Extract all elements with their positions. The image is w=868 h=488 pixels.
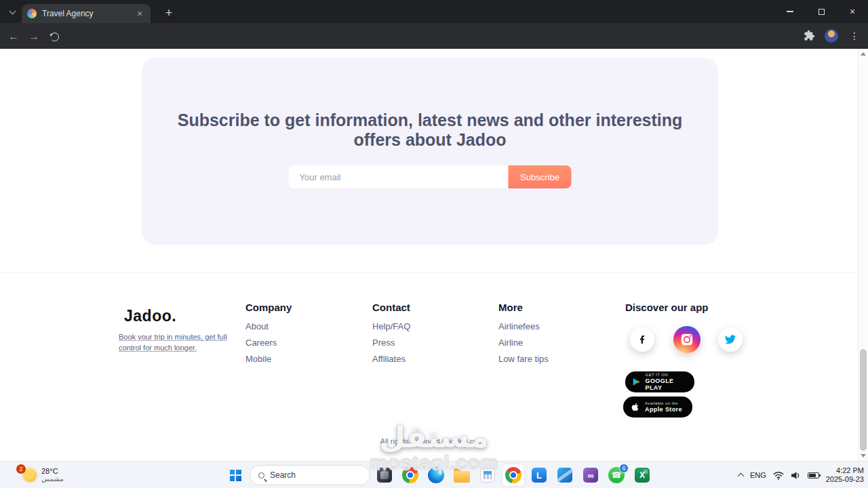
start-button[interactable] bbox=[224, 464, 247, 487]
google-play-line1: GET IT ON bbox=[646, 373, 688, 377]
window-controls: × bbox=[774, 0, 868, 23]
column-title: Company bbox=[245, 302, 292, 313]
facebook-button[interactable] bbox=[630, 327, 654, 352]
battery-icon[interactable] bbox=[808, 472, 819, 479]
photos-icon bbox=[377, 468, 392, 483]
apple-store-line2: Apple Store bbox=[645, 406, 682, 413]
taskbar-chrome-active-app[interactable] bbox=[502, 464, 525, 487]
facebook-icon bbox=[637, 334, 648, 345]
profile-avatar[interactable] bbox=[825, 29, 838, 43]
footer-link-airlinefees[interactable]: Airlinefees bbox=[498, 322, 549, 331]
taskbar-l-app[interactable]: L bbox=[528, 464, 551, 487]
window-close-button[interactable]: × bbox=[837, 0, 868, 23]
tab-close-icon[interactable]: × bbox=[134, 8, 145, 19]
twitter-icon bbox=[725, 334, 736, 345]
taskbar-whatsapp-app[interactable]: ☎ 6 bbox=[605, 464, 628, 487]
volume-icon[interactable] bbox=[791, 471, 801, 480]
search-placeholder: Search bbox=[270, 470, 296, 480]
taskbar-clock[interactable]: 4:22 PM 2025-09-23 bbox=[826, 466, 864, 484]
folder-icon bbox=[454, 471, 470, 483]
footer-link-about[interactable]: About bbox=[245, 322, 292, 331]
whatsapp-badge: 6 bbox=[619, 464, 629, 473]
extensions-icon[interactable] bbox=[804, 30, 815, 44]
window-maximize-button[interactable] bbox=[806, 0, 837, 23]
footer-link-helpfaq[interactable]: Help/FAQ bbox=[372, 322, 410, 331]
maximize-icon bbox=[818, 9, 825, 15]
page-footer: Jadoo. Book your trip in minutes, get fu… bbox=[0, 272, 858, 461]
footer-copyright: All rights reserved © jadoo.co bbox=[0, 437, 858, 445]
excel-icon: X bbox=[635, 468, 650, 483]
subscribe-heading: Subscribe to get information, latest new… bbox=[159, 110, 701, 150]
footer-tagline: Book your trip in minutes, get full cont… bbox=[119, 331, 230, 353]
language-indicator[interactable]: ENG bbox=[750, 471, 766, 479]
tab-favicon-icon bbox=[27, 9, 37, 18]
chrome-icon bbox=[402, 467, 418, 483]
window-minimize-button[interactable] bbox=[774, 0, 806, 23]
instagram-icon bbox=[680, 333, 694, 346]
subscribe-button[interactable]: Subscribe bbox=[509, 165, 572, 188]
footer-link-mobile[interactable]: Mobile bbox=[245, 354, 292, 363]
arrow-down-icon bbox=[861, 454, 866, 458]
weather-temp: 28°C bbox=[41, 468, 64, 475]
taskbar-vscode-app[interactable] bbox=[553, 464, 576, 487]
browser-menu-icon[interactable]: ⋮ bbox=[848, 28, 861, 43]
footer-link-affiliates[interactable]: Affiliates bbox=[372, 354, 410, 363]
l-app-icon: L bbox=[532, 468, 547, 483]
discover-app-section: Discover our app bbox=[625, 302, 709, 313]
google-play-badge[interactable]: GET IT ON GOOGLE PLAY bbox=[625, 371, 694, 392]
apple-icon bbox=[630, 401, 640, 413]
taskbar-photos-app[interactable] bbox=[373, 464, 396, 487]
browser-toolbar: ← → File D:/Web%20Front%20end/Web%20Fron… bbox=[0, 23, 868, 49]
refresh-button[interactable] bbox=[46, 28, 62, 45]
taskbar-visual-studio-app[interactable]: ∞ bbox=[579, 464, 602, 487]
weather-badge: 2 bbox=[16, 464, 26, 474]
puzzle-icon bbox=[804, 30, 815, 41]
email-input[interactable] bbox=[289, 165, 509, 188]
taskbar-search[interactable]: Search bbox=[250, 465, 370, 485]
scroll-down-button[interactable] bbox=[859, 451, 868, 461]
tray-chevron-icon[interactable] bbox=[737, 473, 744, 480]
taskbar-center: Search L ∞ ☎ 6 X bbox=[224, 462, 654, 488]
subscribe-section: Subscribe to get information, latest new… bbox=[142, 58, 718, 245]
screen: Travel Agency × + × ← → File D:/Web%20Fr… bbox=[0, 0, 868, 488]
footer-link-lowfaretips[interactable]: Low fare tips bbox=[498, 354, 549, 363]
forward-button[interactable]: → bbox=[26, 28, 42, 45]
scrollbar-thumb[interactable] bbox=[860, 349, 867, 451]
search-icon bbox=[258, 472, 264, 479]
tray-time: 4:22 PM bbox=[826, 466, 864, 475]
discover-title: Discover our app bbox=[625, 302, 709, 313]
footer-link-careers[interactable]: Careers bbox=[245, 338, 292, 347]
column-title: Contact bbox=[372, 302, 410, 313]
weather-widget[interactable]: 2 28°C مشمس bbox=[0, 462, 64, 488]
tab-title: Travel Agency bbox=[42, 9, 134, 18]
browser-tab[interactable]: Travel Agency × bbox=[22, 4, 151, 23]
page-scrollbar[interactable] bbox=[858, 49, 868, 461]
twitter-button[interactable] bbox=[718, 327, 743, 352]
instagram-button[interactable] bbox=[673, 326, 701, 353]
taskbar: 2 28°C مشمس Search L ∞ ☎ 6 bbox=[0, 461, 868, 488]
taskbar-calculator-app[interactable] bbox=[476, 464, 499, 487]
taskbar-file-explorer-app[interactable] bbox=[450, 464, 473, 487]
footer-column-company: Company About Careers Mobile bbox=[245, 302, 292, 371]
weather-condition: مشمس bbox=[41, 475, 64, 483]
taskbar-excel-app[interactable]: X bbox=[631, 464, 654, 487]
new-tab-button[interactable]: + bbox=[160, 4, 178, 22]
back-button[interactable]: ← bbox=[5, 28, 22, 45]
footer-link-airline[interactable]: Airline bbox=[498, 338, 549, 347]
wifi-icon[interactable] bbox=[773, 471, 784, 480]
refresh-icon bbox=[50, 33, 59, 41]
system-tray: ENG 4:22 PM 2025-09-23 bbox=[738, 462, 864, 488]
taskbar-edge-app[interactable] bbox=[425, 464, 448, 487]
footer-column-more: More Airlinefees Airline Low fare tips bbox=[498, 302, 549, 371]
vscode-icon bbox=[557, 468, 572, 483]
chrome-active-icon bbox=[505, 467, 521, 483]
tab-search-button[interactable] bbox=[5, 5, 19, 19]
apple-store-badge[interactable]: Available on the Apple Store bbox=[623, 396, 692, 418]
windows-logo-icon bbox=[230, 470, 241, 481]
browser-titlebar: Travel Agency × + × bbox=[0, 0, 868, 23]
google-play-icon bbox=[632, 377, 641, 387]
scroll-up-button[interactable] bbox=[859, 49, 868, 59]
taskbar-chrome-app[interactable] bbox=[399, 464, 422, 487]
calculator-icon bbox=[480, 468, 495, 483]
footer-link-press[interactable]: Press bbox=[372, 338, 410, 347]
